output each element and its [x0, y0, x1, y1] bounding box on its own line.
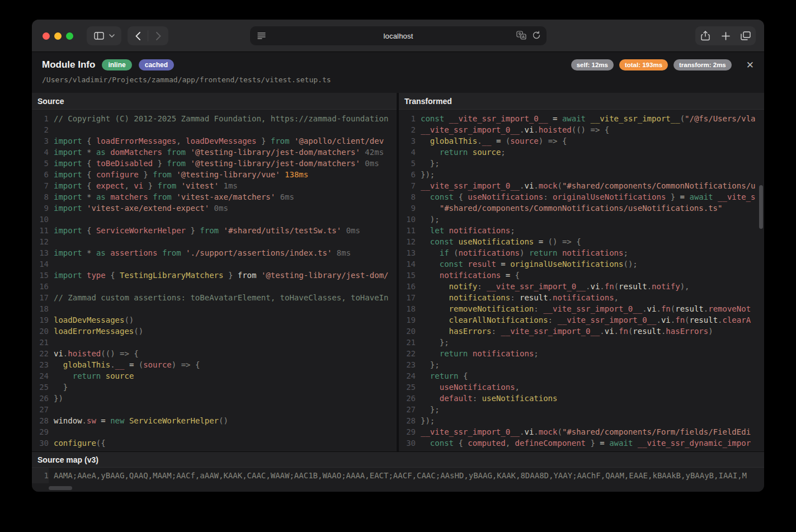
- code-line: 30 const { computed, defineComponent } =…: [399, 437, 764, 449]
- line-number: 25: [399, 382, 416, 393]
- window-close-button[interactable]: [43, 32, 50, 40]
- transformed-code[interactable]: 1const __vite_ssr_import_0__ = await __v…: [399, 110, 764, 451]
- cached-badge: cached: [139, 59, 174, 70]
- reader-view-icon[interactable]: [257, 31, 266, 43]
- line-number: 23: [32, 359, 49, 370]
- line-number: 3: [399, 135, 416, 147]
- line-number: 6: [399, 169, 416, 180]
- line-number: 13: [399, 247, 416, 258]
- sourcemap-line: 1 AAMA;AAeA,yBAAG,QAAQ,MAAM;AACf,aAAW,KA…: [32, 468, 764, 483]
- code-line: 19loadDevMessages(): [32, 314, 397, 326]
- code-line: 21: [32, 337, 397, 348]
- line-number: 14: [32, 258, 49, 270]
- code-line: 12 const useNotifications = () => {: [399, 236, 764, 247]
- line-number: 15: [399, 270, 416, 281]
- line-number: 22: [399, 348, 416, 359]
- address-bar[interactable]: localhost: [250, 26, 547, 45]
- code-line: 28window.sw = new ServiceWorkerHelper(): [32, 415, 397, 426]
- url-text: localhost: [250, 32, 547, 40]
- code-line: 1const __vite_ssr_import_0__ = await __v…: [399, 113, 764, 124]
- line-number: 9: [399, 203, 416, 214]
- code-line: 14: [32, 258, 397, 270]
- code-line: 15 notifications = {: [399, 270, 764, 281]
- vertical-scrollbar-thumb[interactable]: [759, 185, 763, 229]
- line-number: 30: [32, 437, 49, 449]
- code-line: 4import * as domMatchers from '@testing-…: [32, 147, 397, 158]
- code-line: 2: [32, 124, 397, 135]
- close-button[interactable]: ✕: [746, 60, 754, 70]
- line-number: 7: [399, 180, 416, 191]
- code-line: 1// Copyright (C) 2012-2025 Zammad Found…: [32, 113, 397, 124]
- code-panes: Source 1// Copyright (C) 2012-2025 Zamma…: [32, 93, 764, 451]
- code-line: 3 globalThis.__ = (source) => {: [399, 135, 764, 147]
- line-number: 12: [399, 236, 416, 247]
- share-button[interactable]: [695, 26, 715, 45]
- line-number: 17: [32, 292, 49, 303]
- line-number: 21: [32, 337, 49, 348]
- code-line: 8 const { useNotifications: originalUseN…: [399, 191, 764, 203]
- forward-button[interactable]: [148, 26, 168, 45]
- translate-icon[interactable]: [516, 31, 526, 42]
- navigation-controls: [128, 26, 168, 45]
- sidebar-toggle-button[interactable]: [87, 26, 121, 45]
- line-number: 24: [32, 370, 49, 382]
- window-minimize-button[interactable]: [54, 32, 62, 40]
- code-line: 4 return source;: [399, 147, 764, 158]
- line-number: 14: [399, 258, 416, 270]
- code-line: 7__vite_ssr_import_0__.vi.mock("#shared/…: [399, 180, 764, 191]
- code-line: 20loadErrorMessages(): [32, 326, 397, 337]
- code-line: 10 );: [399, 214, 764, 225]
- module-file-path: /Users/vladimir/Projects/zammad/app/fron…: [42, 76, 331, 84]
- line-number: 16: [399, 281, 416, 292]
- code-line: 6import { configure } from '@testing-lib…: [32, 169, 397, 180]
- code-line: 23 globalThis.__ = (source) => {: [32, 359, 397, 370]
- window-zoom-button[interactable]: [66, 32, 73, 40]
- code-line: 17// Zammad custom assertions: toBeAvata…: [32, 292, 397, 303]
- line-number: 10: [399, 214, 416, 225]
- line-number: 19: [32, 314, 49, 326]
- line-number: 15: [32, 270, 49, 281]
- code-line: 18 removeNotification: __vite_ssr_import…: [399, 303, 764, 314]
- line-number: 1: [399, 113, 416, 124]
- traffic-lights: [43, 32, 73, 40]
- code-line: 26}): [32, 393, 397, 404]
- line-number: 19: [399, 314, 416, 326]
- line-number: 27: [32, 404, 49, 415]
- self-time-badge: self: 12ms: [571, 59, 614, 70]
- code-line: 24 return source: [32, 370, 397, 382]
- transformed-pane-title: Transformed: [399, 93, 764, 110]
- transformed-pane: Transformed 1const __vite_ssr_import_0__…: [399, 93, 764, 451]
- code-line: 17 notifications: result.notifications,: [399, 292, 764, 303]
- code-line: 19 clearAllNotifications: __vite_ssr_imp…: [399, 314, 764, 326]
- new-tab-button[interactable]: [715, 26, 736, 45]
- code-line: 10: [32, 214, 397, 225]
- reload-icon[interactable]: [532, 31, 541, 42]
- code-line: 25 }: [32, 382, 397, 393]
- chevron-down-icon: [109, 34, 115, 37]
- total-time-badge: total: 193ms: [619, 59, 668, 70]
- sourcemap-line-number: 1: [32, 468, 49, 483]
- code-line: 3import { loadErrorMessages, loadDevMess…: [32, 135, 397, 147]
- line-number: 29: [399, 426, 416, 437]
- code-line: 29__vite_ssr_import_0__.vi.mock("#shared…: [399, 426, 764, 437]
- code-line: 24 return {: [399, 370, 764, 382]
- line-number: 23: [399, 359, 416, 370]
- line-number: 18: [399, 303, 416, 314]
- line-number: 13: [32, 247, 49, 258]
- inline-badge: inline: [102, 59, 131, 70]
- source-code[interactable]: 1// Copyright (C) 2012-2025 Zammad Found…: [32, 110, 397, 451]
- source-pane: Source 1// Copyright (C) 2012-2025 Zamma…: [32, 93, 397, 451]
- code-line: 23 };: [399, 359, 764, 370]
- code-line: 12: [32, 236, 397, 247]
- code-line: 26 default: useNotifications: [399, 393, 764, 404]
- line-number: 12: [32, 236, 49, 247]
- line-number: 26: [32, 393, 49, 404]
- line-number: 30: [399, 437, 416, 449]
- code-line: 5 };: [399, 158, 764, 169]
- code-line: 6});: [399, 169, 764, 180]
- toolbar-right-controls: [695, 26, 756, 45]
- tab-overview-button[interactable]: [736, 26, 756, 45]
- sourcemap-scrollbar-thumb[interactable]: [49, 486, 72, 490]
- back-button[interactable]: [128, 26, 148, 45]
- line-number: 5: [399, 158, 416, 169]
